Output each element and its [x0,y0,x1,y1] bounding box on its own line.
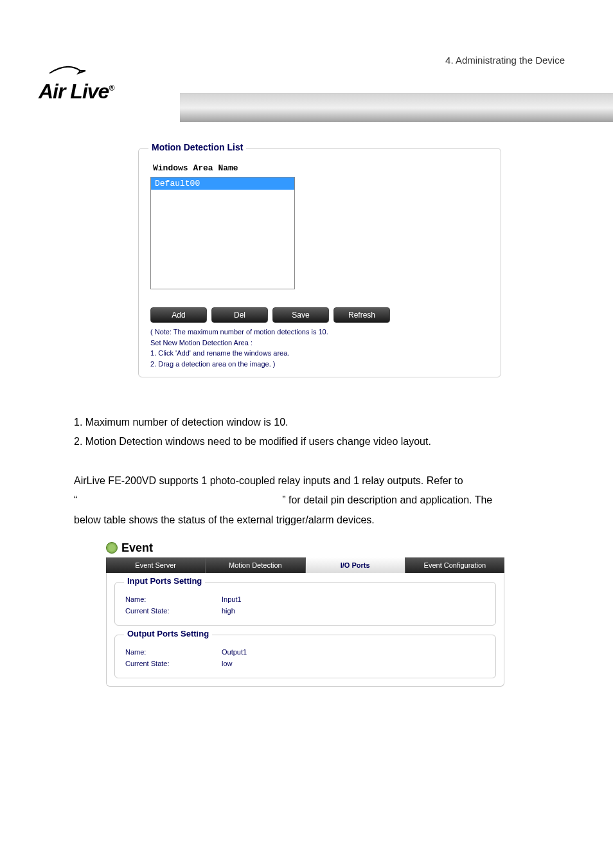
input-name-row: Name: Input1 [125,595,485,603]
chapter-label: 4. Administrating the Device [445,55,565,66]
input-state-row: Current State: high [125,607,485,615]
header-gradient [180,93,613,122]
output-ports-fieldset: Output Ports Setting Name: Output1 Curre… [114,635,496,678]
note-line: Set New Motion Detection Area : [150,338,489,348]
tab-motion-detection[interactable]: Motion Detection [206,557,305,573]
list-item[interactable]: Default00 [151,177,294,190]
motion-panel-legend: Motion Detection List [148,142,246,152]
body-p2: below table shows the status of the exte… [74,511,613,530]
body-li2: 2. Motion Detection windows need to be m… [74,432,613,451]
output-name-row: Name: Output1 [125,648,485,656]
body-text: 1. Maximum number of detection window is… [74,413,613,530]
output-state-row: Current State: low [125,660,485,667]
refresh-button[interactable]: Refresh [333,307,390,323]
note-line: 2. Drag a detection area on the image. ) [150,359,489,370]
name-label: Name: [125,595,222,603]
motion-note-block: ( Note: The maximum number of motion det… [150,327,489,369]
event-icon [106,542,118,554]
del-button[interactable]: Del [211,307,268,323]
event-tab-bar: Event Server Motion Detection I/O Ports … [106,557,504,573]
logo-arc-icon [48,64,87,77]
body-paragraph: AirLive FE-200VD supports 1 photo-couple… [74,471,613,530]
input-ports-legend: Input Ports Setting [124,576,205,586]
name-label: Name: [125,648,222,656]
input-name-value: Input1 [222,595,242,603]
note-line: ( Note: The maximum number of motion det… [150,327,489,338]
note-line: 1. Click 'Add' and rename the windows ar… [150,348,489,359]
event-title: Event [121,541,153,555]
event-widget: Event Event Server Motion Detection I/O … [106,541,504,687]
logo-text: Air Live® [39,80,157,104]
output-ports-legend: Output Ports Setting [124,629,212,638]
airlive-logo: Air Live® [39,64,157,104]
add-button[interactable]: Add [150,307,207,323]
tab-event-configuration[interactable]: Event Configuration [405,557,504,573]
motion-button-row: Add Del Save Refresh [150,307,489,323]
page-header: 4. Administrating the Device Air Live® [0,0,613,129]
input-state-value: high [222,607,235,615]
tab-io-ports[interactable]: I/O Ports [306,557,405,573]
body-p1bc: “ ” for detail pin description and appli… [74,491,613,510]
body-p1a: AirLive FE-200VD supports 1 photo-couple… [74,471,613,491]
output-state-value: low [222,660,233,667]
output-name-value: Output1 [222,648,247,656]
state-label: Current State: [125,660,222,667]
event-header: Event [106,541,504,555]
state-label: Current State: [125,607,222,615]
tab-event-server[interactable]: Event Server [106,557,206,573]
ports-container: Input Ports Setting Name: Input1 Current… [106,573,504,687]
input-ports-fieldset: Input Ports Setting Name: Input1 Current… [114,582,496,626]
motion-detection-panel: Motion Detection List Windows Area Name … [138,148,501,377]
body-li1: 1. Maximum number of detection window is… [74,413,613,432]
motion-area-listbox[interactable]: Default00 [150,177,295,289]
windows-area-name-label: Windows Area Name [153,163,489,173]
save-button[interactable]: Save [272,307,329,323]
